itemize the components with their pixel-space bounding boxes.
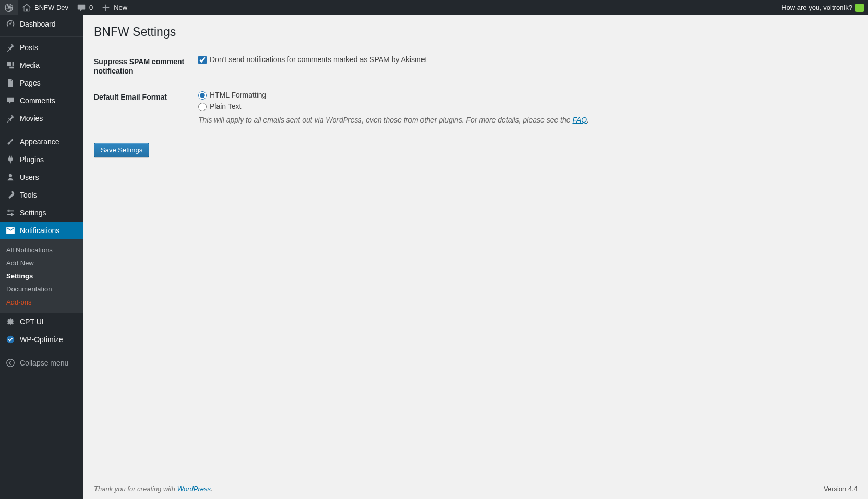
row-label: Suppress SPAM comment notification — [94, 51, 198, 86]
sidebar-item-label: Media — [20, 61, 40, 69]
sidebar-item-media[interactable]: Media — [0, 56, 83, 74]
radio-text: Plain Text — [210, 102, 241, 112]
avatar — [855, 4, 864, 12]
sidebar-separator — [0, 34, 83, 37]
save-settings-button[interactable]: Save Settings — [94, 143, 149, 157]
sidebar-item-label: Pages — [20, 79, 41, 87]
sidebar-item-settings[interactable]: Settings — [0, 204, 83, 222]
suppress-spam-checkbox[interactable] — [198, 56, 207, 64]
sidebar-item-label: Comments — [20, 96, 55, 105]
sidebar-item-label: Settings — [20, 209, 46, 217]
footer-text: Thank you for creating with — [94, 485, 177, 493]
envelope-icon — [5, 225, 16, 236]
new-content-link[interactable]: New — [97, 0, 131, 15]
brush-icon — [5, 137, 16, 147]
svg-point-1 — [7, 336, 14, 343]
sidebar-item-comments[interactable]: Comments — [0, 92, 83, 109]
wordpress-logo-icon — [4, 3, 14, 13]
radio-text: HTML Formatting — [210, 90, 266, 101]
submenu-item-settings[interactable]: Settings — [0, 270, 83, 283]
sidebar-item-label: Tools — [20, 191, 37, 199]
plugin-icon — [5, 154, 16, 165]
sidebar-item-label: Appearance — [20, 138, 59, 146]
media-icon — [5, 60, 16, 70]
footer-thanks: Thank you for creating with WordPress. — [94, 485, 213, 493]
sidebar-collapse-label: Collapse menu — [20, 359, 68, 367]
checkbox-text: Don't send notifications for comments ma… — [210, 55, 427, 65]
comment-bubble-icon — [77, 3, 86, 13]
sidebar-item-label: CPT UI — [20, 318, 44, 326]
sidebar-item-label: Dashboard — [20, 20, 56, 28]
sidebar-item-cpt-ui[interactable]: CPT UI — [0, 313, 83, 331]
new-content-label: New — [114, 4, 127, 11]
submenu-item-add-new[interactable]: Add New — [0, 257, 83, 270]
page-title: BNFW Settings — [94, 20, 858, 41]
sidebar-item-appearance[interactable]: Appearance — [0, 133, 83, 151]
email-format-plain-radio[interactable] — [198, 103, 207, 111]
pin-icon — [5, 42, 16, 53]
wrench-icon — [5, 190, 16, 200]
email-format-plain-label[interactable]: Plain Text — [198, 102, 852, 112]
sidebar-item-label: Users — [20, 173, 39, 181]
howdy-text: How are you, voltronik? — [781, 4, 852, 11]
sidebar-item-pages[interactable]: Pages — [0, 74, 83, 92]
footer-text: . — [211, 485, 213, 493]
row-label: Default Email Format — [94, 86, 198, 136]
sidebar-item-label: WP-Optimize — [20, 335, 63, 344]
sidebar-item-label: Plugins — [20, 155, 44, 164]
admin-sidebar: Dashboard Posts Media Pages Comments Mov… — [0, 15, 83, 499]
sidebar-item-posts[interactable]: Posts — [0, 39, 83, 56]
email-format-html-label[interactable]: HTML Formatting — [198, 90, 852, 101]
comment-icon — [5, 95, 16, 106]
wordpress-link[interactable]: WordPress — [177, 485, 211, 493]
collapse-arrow-icon — [5, 358, 16, 368]
submit-row: Save Settings — [94, 143, 858, 157]
dashboard-icon — [5, 19, 16, 29]
submenu-item-all-notifications[interactable]: All Notifications — [0, 244, 83, 257]
sidebar-item-plugins[interactable]: Plugins — [0, 151, 83, 168]
sidebar-item-wp-optimize[interactable]: WP-Optimize — [0, 331, 83, 348]
footer-version: Version 4.4 — [824, 485, 858, 493]
comments-link[interactable]: 0 — [73, 0, 97, 15]
page-icon — [5, 78, 16, 88]
sidebar-collapse[interactable]: Collapse menu — [0, 354, 83, 372]
user-icon — [5, 172, 16, 182]
desc-text: This will apply to all emails sent out v… — [198, 116, 572, 124]
email-format-html-radio[interactable] — [198, 91, 207, 100]
sidebar-separator — [0, 350, 83, 352]
sidebar-item-label: Posts — [20, 43, 38, 52]
suppress-spam-checkbox-label[interactable]: Don't send notifications for comments ma… — [198, 55, 852, 65]
content-body: BNFW Settings Suppress SPAM comment noti… — [83, 15, 868, 499]
submenu-item-addons[interactable]: Add-ons — [0, 296, 83, 309]
sidebar-item-users[interactable]: Users — [0, 168, 83, 186]
plus-icon — [101, 3, 111, 13]
submenu-item-documentation[interactable]: Documentation — [0, 283, 83, 296]
sidebar-item-tools[interactable]: Tools — [0, 186, 83, 204]
sidebar-separator — [0, 129, 83, 131]
sidebar-item-dashboard[interactable]: Dashboard — [0, 15, 83, 33]
sidebar-item-movies[interactable]: Movies — [0, 109, 83, 127]
row-suppress-spam: Suppress SPAM comment notification Don't… — [94, 51, 858, 86]
pin-icon — [5, 113, 16, 124]
check-circle-icon — [5, 334, 16, 345]
desc-text: . — [587, 116, 589, 124]
svg-point-2 — [7, 359, 14, 367]
wp-logo-menu[interactable] — [0, 0, 18, 15]
sidebar-item-notifications[interactable]: Notifications — [0, 222, 83, 239]
sidebar-item-label: Movies — [20, 114, 43, 123]
site-name-label: BNFW Dev — [34, 4, 68, 11]
admin-bar: BNFW Dev 0 New How are you, voltronik? — [0, 0, 868, 15]
row-email-format: Default Email Format HTML Formatting Pla… — [94, 86, 858, 136]
comments-count-label: 0 — [89, 4, 93, 11]
gear-icon — [5, 317, 16, 327]
email-format-description: This will apply to all emails sent out v… — [198, 115, 852, 126]
admin-footer: Thank you for creating with WordPress. V… — [83, 480, 868, 499]
content-wrap: BNFW Settings Suppress SPAM comment noti… — [83, 15, 868, 157]
sliders-icon — [5, 208, 16, 218]
home-icon — [22, 3, 31, 13]
sidebar-item-label: Notifications — [20, 226, 59, 235]
settings-form-table: Suppress SPAM comment notification Don't… — [94, 51, 858, 136]
site-name-link[interactable]: BNFW Dev — [18, 0, 73, 15]
howdy-account[interactable]: How are you, voltronik? — [777, 4, 868, 12]
faq-link[interactable]: FAQ — [572, 116, 587, 124]
